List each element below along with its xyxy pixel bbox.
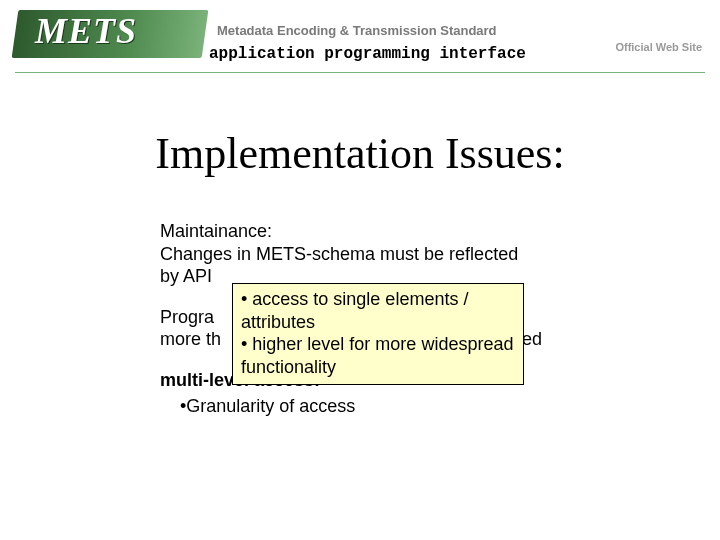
paragraph-maintenance: Maintainance: Changes in METS-schema mus…: [160, 220, 660, 288]
slide-title: Implementation Issues:: [0, 128, 720, 179]
callout-bullet-1: • access to single elements / attributes: [241, 288, 515, 333]
bullet-granularity: •Granularity of access: [180, 395, 660, 418]
para1-line1: Maintainance:: [160, 220, 660, 243]
para2-line2-prefix: more th: [160, 329, 221, 349]
logo: METS: [15, 10, 205, 58]
para1-line2: Changes in METS-schema must be reflected: [160, 243, 660, 266]
site-label: Official Web Site: [615, 41, 702, 53]
callout-bullet-2: • higher level for more widespread funct…: [241, 333, 515, 378]
callout-box: • access to single elements / attributes…: [232, 283, 524, 385]
logo-text: METS: [35, 10, 137, 52]
header-banner: METS Metadata Encoding & Transmission St…: [0, 0, 720, 70]
api-subtitle: application programming interface: [205, 45, 530, 63]
logo-tagline: Metadata Encoding & Transmission Standar…: [217, 23, 497, 38]
